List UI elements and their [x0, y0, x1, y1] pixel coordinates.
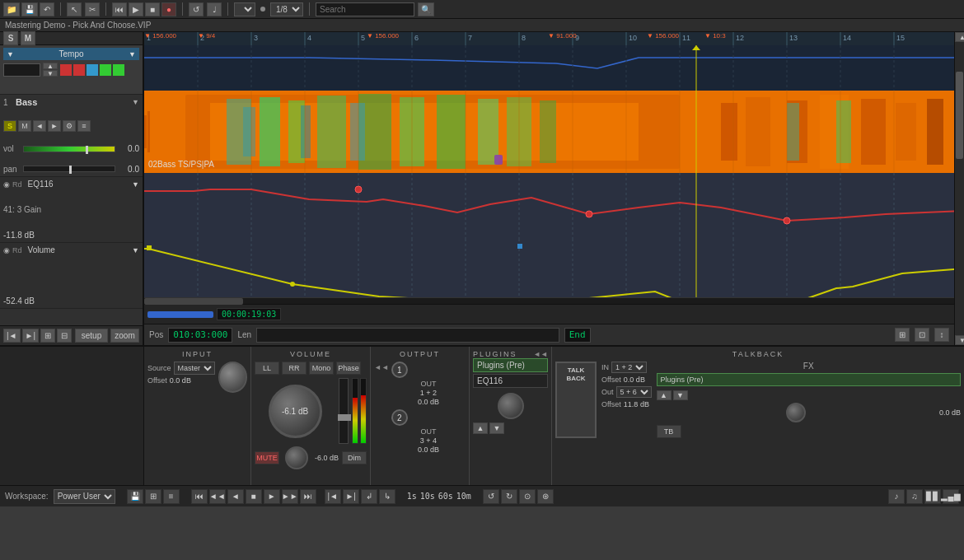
folder-icon[interactable]: 📁	[3, 2, 20, 16]
save-ws-icon[interactable]: 💾	[127, 489, 143, 504]
track1-fx2[interactable]: ►	[48, 120, 61, 132]
track1-fx1[interactable]: ◄	[33, 120, 46, 132]
stop-btn[interactable]: ■	[246, 489, 262, 504]
step3[interactable]: ⊞	[40, 329, 55, 343]
save-icon[interactable]: 💾	[21, 2, 38, 16]
ll-button[interactable]: LL	[255, 362, 279, 375]
config-icon[interactable]: ⊞	[145, 489, 161, 504]
tb-plugin-slot[interactable]: Plugins (Pre)	[657, 373, 961, 386]
plugin1-slot[interactable]: Plugins (Pre)	[473, 358, 548, 372]
vol-arrow[interactable]: ▼	[132, 246, 139, 254]
beat-dropdown[interactable]: Beat	[234, 2, 255, 16]
vol-fader[interactable]	[23, 146, 115, 152]
progress-bar[interactable]	[147, 311, 213, 318]
pointer-tool[interactable]: ↖	[67, 2, 82, 16]
expand-icon[interactable]: ⊞	[895, 328, 910, 342]
expand-icon[interactable]: ▼	[7, 50, 14, 58]
step-fwd[interactable]: ►►	[282, 489, 298, 504]
mute-button[interactable]: MUTE	[255, 451, 279, 464]
eq-expand[interactable]: ◉	[3, 180, 10, 189]
tempo-btn-red2[interactable]	[73, 64, 85, 76]
step-back[interactable]: ◄◄	[209, 489, 226, 504]
division-dropdown[interactable]: 1/8	[270, 2, 303, 16]
track1-menu[interactable]: ≡	[77, 120, 91, 132]
tb-button[interactable]: TB	[657, 425, 681, 438]
sync1[interactable]: ↺	[483, 489, 499, 504]
tb-knob[interactable]	[786, 403, 806, 422]
rewind-icon[interactable]: ⏮	[112, 2, 127, 16]
scroll-thumb[interactable]	[144, 298, 243, 305]
audio-icon[interactable]: ♪	[888, 489, 905, 504]
volume-knob[interactable]: -6.1 dB	[269, 385, 322, 438]
tb-out-select[interactable]: 5 + 6	[616, 386, 652, 398]
step4[interactable]: ⊟	[57, 329, 72, 343]
punch-out[interactable]: ↳	[379, 489, 395, 504]
goto-end[interactable]: ⏭	[300, 489, 316, 504]
sync4[interactable]: ⊛	[537, 489, 554, 504]
ch1-knob[interactable]: 1	[391, 362, 408, 378]
scroll-down[interactable]: ▼	[955, 335, 964, 345]
scroll-up[interactable]: ▲	[955, 32, 964, 42]
midi-icon[interactable]: ♫	[906, 489, 923, 504]
m-button[interactable]: M	[21, 31, 35, 45]
loop-start[interactable]: |◄	[325, 489, 341, 504]
vol-expand[interactable]: ◉	[3, 246, 10, 254]
setup-button[interactable]: setup	[75, 329, 108, 343]
fit-icon[interactable]: ⊡	[915, 328, 929, 342]
zoom-button[interactable]: zoom	[110, 329, 139, 343]
scrollbar[interactable]	[144, 297, 954, 304]
tempo-btn-red[interactable]	[60, 64, 72, 76]
source-select[interactable]: Master	[174, 362, 215, 375]
sync3[interactable]: ⊙	[519, 489, 536, 504]
tempo-menu-icon[interactable]: ▼	[129, 50, 136, 58]
search-input[interactable]	[316, 2, 414, 16]
mono-button[interactable]: Mono	[309, 362, 334, 375]
nudge-icon[interactable]: ↕	[934, 328, 949, 342]
loop-end[interactable]: ►|	[343, 489, 359, 504]
rr-button[interactable]: RR	[282, 362, 307, 375]
plugin-down[interactable]: ▼	[489, 422, 504, 434]
pan-fader[interactable]	[23, 166, 115, 172]
track1-mute[interactable]: M	[18, 120, 31, 132]
tb-in-select[interactable]: 1 + 2	[611, 362, 647, 373]
output-expand[interactable]: ◄◄	[374, 363, 389, 371]
prev-step[interactable]: |◄	[3, 329, 21, 343]
workspace-select[interactable]: Power User	[54, 489, 115, 504]
punch-in[interactable]: ↲	[361, 489, 377, 504]
play-icon[interactable]: ▶	[129, 2, 143, 16]
tempo-up[interactable]: ▲	[43, 63, 58, 69]
vol-v-fader[interactable]	[339, 378, 349, 444]
tempo-btn-blue[interactable]	[87, 64, 98, 76]
plugins-expand[interactable]: ◄◄	[533, 350, 548, 358]
track1-settings[interactable]: ⚙	[63, 120, 76, 132]
undo-icon[interactable]: ↶	[40, 2, 54, 16]
eq-arrow[interactable]: ▼	[132, 180, 139, 189]
metronome-icon[interactable]: ♩	[207, 2, 222, 16]
tb-down[interactable]: ▼	[673, 390, 688, 400]
play-btn[interactable]: ◄	[227, 489, 244, 504]
tb-up[interactable]: ▲	[657, 390, 672, 400]
vol-trim-knob[interactable]	[285, 446, 308, 469]
goto-start[interactable]: ⏮	[191, 489, 208, 504]
record-icon[interactable]: ●	[161, 2, 176, 16]
search-icon[interactable]: 🔍	[418, 2, 434, 16]
track1-expand[interactable]: ▼	[132, 98, 139, 106]
spectrum-icon[interactable]: ▂▄▆	[943, 489, 959, 504]
ws-icon2[interactable]: ≡	[163, 489, 180, 504]
phase-button[interactable]: Phase	[336, 362, 361, 375]
s-button[interactable]: S	[3, 31, 18, 45]
talkback-button[interactable]: TALK BACK	[555, 362, 597, 438]
tempo-down[interactable]: ▼	[43, 70, 58, 77]
tempo-btn-green2[interactable]	[113, 64, 124, 76]
next-step[interactable]: ►|	[22, 329, 40, 343]
bars-icon[interactable]: ▊▊	[924, 489, 941, 504]
tempo-value-input[interactable]: 156.0	[3, 63, 40, 77]
sync2[interactable]: ↻	[501, 489, 517, 504]
loop-icon[interactable]: ↺	[189, 2, 204, 16]
cut-icon[interactable]: ✂	[85, 2, 100, 16]
ch2-knob[interactable]: 2	[391, 409, 408, 426]
input-knob[interactable]	[218, 362, 247, 393]
v-scroll-thumb[interactable]	[956, 72, 963, 160]
play-fwd[interactable]: ►	[264, 489, 280, 504]
track1-solo[interactable]: S	[3, 120, 16, 132]
